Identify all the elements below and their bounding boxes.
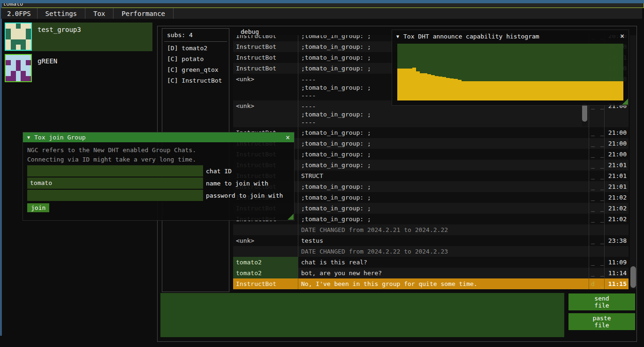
group-item-test_group3[interactable]: test_group3 [5, 23, 152, 51]
chat-row-time: 21:01 [604, 181, 629, 192]
avatar-pixel [6, 60, 11, 65]
histogram-bar [574, 81, 578, 100]
chat-scrollbar[interactable] [630, 35, 636, 289]
histogram-bar [533, 81, 537, 100]
chat-row-marks: _ _ [589, 160, 604, 170]
member-item-InstructBot[interactable]: [C] InstructBot [162, 75, 229, 86]
join-window-titlebar[interactable]: ▼ Tox join Group × [23, 132, 294, 142]
histogram-bar [492, 81, 495, 100]
input-password-to-join-with[interactable] [27, 190, 203, 201]
histogram-bar [397, 69, 401, 100]
histogram-bar [510, 81, 514, 100]
chat-row[interactable]: DATE CHANGED from 2024.2.22 to 2024.2.23 [233, 246, 629, 257]
histogram-window-title: Tox DHT announce capability histogram [403, 33, 539, 40]
paste-file-button[interactable]: paste file [568, 313, 635, 330]
chat-row-time: 11:15 [604, 278, 629, 289]
chat-row-message: ;tomato_in_group: ; [298, 192, 589, 203]
menu-item-settings[interactable]: Settings [38, 8, 85, 19]
avatar-pixel [16, 55, 21, 60]
tab-debug[interactable]: debug [241, 28, 259, 35]
histogram-bar [525, 81, 529, 100]
input-chat-ID[interactable] [27, 165, 203, 177]
histogram-window: ▼ Tox DHT announce capability histogram … [392, 30, 629, 106]
avatar-pixel [26, 23, 31, 29]
message-scrollbar-thumb[interactable] [582, 104, 587, 122]
histogram-bar [488, 81, 492, 100]
resize-grip[interactable] [288, 214, 294, 220]
avatar-pixel [26, 76, 31, 81]
chat-row-name: InstructBot [233, 278, 298, 289]
chat-row-time: 21:02 [604, 192, 629, 203]
member-item-green_qtox[interactable]: [C] green_qtox [162, 64, 229, 75]
chat-row-message: ;tomato_in_group: ; [298, 203, 589, 214]
resize-grip[interactable] [622, 99, 628, 105]
close-icon[interactable]: × [286, 133, 290, 142]
member-item-tomato2[interactable]: [D] tomato2 [162, 43, 229, 54]
histogram-bar [503, 81, 507, 100]
menu-item-performance[interactable]: Performance [114, 8, 174, 19]
chat-row-time: 21:02 [604, 214, 629, 224]
chat-row-time: 21:00 [604, 127, 629, 138]
chat-row-message: DATE CHANGED from 2024.2.22 to 2024.2.23 [298, 246, 589, 257]
histogram-bar [454, 79, 457, 100]
histogram-window-titlebar[interactable]: ▼ Tox DHT announce capability histogram … [392, 30, 629, 42]
avatar-pixel [26, 34, 31, 39]
avatar-pixel [26, 39, 31, 45]
chat-row-marks: _ _ [589, 127, 604, 138]
chat-row-marks: _ _ [589, 138, 604, 149]
avatar-pixel [26, 60, 31, 65]
chat-row[interactable]: tomato2chat is this real?_ _11:09 [233, 257, 629, 268]
chat-row-marks: _ _ [589, 192, 604, 203]
histogram-bar [552, 81, 555, 100]
chat-row-message: ;tomato_in_group: ; [298, 181, 589, 192]
chat-scrollbar-thumb[interactable] [630, 266, 636, 288]
join-button[interactable]: join [27, 203, 49, 212]
avatar-pixel [11, 55, 16, 60]
avatar-pixel [6, 39, 11, 45]
histogram-bar [540, 81, 544, 100]
chat-row-message: ;tomato_in_group: ; [298, 138, 589, 149]
menu-item-tox[interactable]: Tox [85, 8, 114, 19]
histogram-bar [597, 81, 601, 100]
close-icon[interactable]: × [620, 32, 624, 40]
join-window-title: Tox join Group [34, 134, 86, 141]
avatar-pixel [6, 29, 11, 34]
message-input[interactable] [160, 293, 564, 337]
member-count-label: subs: 4 [162, 29, 229, 39]
group-name-label: gREEN [32, 54, 57, 83]
histogram-bar [435, 76, 439, 100]
histogram-plot [397, 44, 623, 100]
chat-row[interactable]: InstructBotNo, I've been in this group f… [233, 278, 629, 289]
chat-row[interactable]: DATE CHANGED from 2024.2.21 to 2024.2.22 [233, 224, 629, 235]
chat-row[interactable]: <unk>testus_ _23:38 [233, 235, 629, 246]
chat-row[interactable]: tomato2bot, are you new here?_ _11:14 [233, 268, 629, 278]
group-avatar [5, 54, 32, 82]
chat-row-time: 21:01 [604, 170, 629, 181]
chat-row-name: tomato2 [233, 268, 298, 278]
menubar: 2.0FPS SettingsToxPerformance [1, 8, 642, 19]
histogram-bar [601, 81, 605, 100]
input-name-to-join-with[interactable]: tomato [27, 177, 203, 189]
avatar-pixel [11, 34, 16, 39]
avatar-pixel [11, 76, 16, 81]
member-item-potato[interactable]: [C] potato [162, 54, 229, 64]
collapse-arrow-icon[interactable]: ▼ [27, 135, 30, 140]
collapse-arrow-icon[interactable]: ▼ [396, 34, 399, 39]
histogram-bar [514, 81, 518, 100]
histogram-bar [465, 81, 469, 100]
histogram-bar [499, 81, 503, 100]
histogram-bar [424, 73, 427, 100]
histogram-bar [427, 74, 431, 100]
chat-row-time: 23:38 [604, 235, 629, 246]
group-item-gREEN[interactable]: gREEN [5, 54, 152, 83]
chat-row-message: STRUCT [298, 170, 589, 181]
chat-row-marks: _ _ [589, 170, 604, 181]
chat-row-name: <unk> [233, 74, 298, 100]
avatar-pixel [6, 34, 11, 39]
histogram-bar [431, 75, 435, 100]
chat-row-name: tomato2 [233, 257, 298, 268]
avatar-pixel [26, 45, 31, 50]
send-file-button[interactable]: send file [568, 293, 635, 310]
histogram-bar [462, 81, 465, 100]
group-name-label: test_group3 [32, 23, 81, 51]
